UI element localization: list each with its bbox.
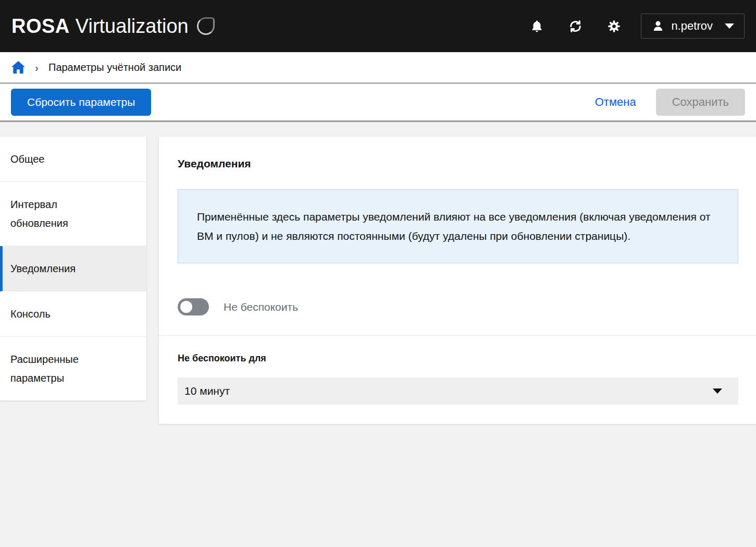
sidebar-item-console[interactable]: Консоль: [0, 291, 146, 337]
masthead-actions: n.petrov: [506, 14, 745, 39]
user-menu[interactable]: n.petrov: [641, 14, 745, 39]
notifications-panel: Уведомления Применённые здесь параметры …: [159, 137, 756, 424]
gear-icon[interactable]: [606, 18, 622, 34]
dnd-duration-select[interactable]: 10 минут: [178, 378, 738, 405]
brand-primary: ROSA: [11, 15, 70, 38]
dnd-toggle-switch[interactable]: [178, 298, 209, 315]
reset-settings-button[interactable]: Сбросить параметры: [11, 89, 151, 116]
sidebar-item-general[interactable]: Общее: [0, 137, 146, 182]
save-button[interactable]: Сохранить: [656, 89, 745, 116]
page-title: Уведомления: [178, 157, 738, 170]
sidebar-item-label: Интервал обновления: [10, 195, 100, 233]
sidebar-item-label: Расширенные параметры: [10, 350, 100, 387]
breadcrumb-current: Параметры учётной записи: [48, 62, 181, 74]
brand-logo: ROSA Virtualization: [11, 15, 215, 38]
rosa-ring-logo-icon: [197, 17, 215, 35]
dnd-duration-label: Не беспокоить для: [178, 353, 738, 364]
home-icon[interactable]: [11, 61, 25, 74]
info-alert-text: Применённые здесь параметры уведомлений …: [197, 211, 711, 242]
dnd-duration-value: 10 минут: [184, 385, 230, 397]
dnd-toggle-row: Не беспокоить: [178, 298, 738, 315]
user-icon: [651, 19, 665, 33]
cancel-button[interactable]: Отмена: [595, 95, 636, 109]
masthead: ROSA Virtualization: [0, 0, 756, 52]
action-bar: Сбросить параметры Отмена Сохранить: [0, 84, 756, 122]
settings-sidebar: Общее Интервал обновления Уведомления Ко…: [0, 137, 146, 400]
sidebar-item-notifications[interactable]: Уведомления: [0, 246, 146, 291]
breadcrumb: › Параметры учётной записи: [0, 52, 756, 84]
sidebar-item-advanced[interactable]: Расширенные параметры: [0, 337, 146, 400]
refresh-icon[interactable]: [568, 18, 584, 34]
info-alert: Применённые здесь параметры уведомлений …: [178, 189, 738, 263]
sidebar-item-label: Уведомления: [10, 259, 100, 278]
bell-icon[interactable]: [529, 18, 545, 34]
dnd-toggle-label: Не беспокоить: [224, 301, 298, 313]
action-bar-right: Отмена Сохранить: [595, 89, 745, 116]
chevron-down-icon: [725, 23, 734, 29]
chevron-down-icon: [713, 388, 722, 394]
brand-secondary: Virtualization: [76, 15, 189, 38]
sidebar-item-label: Консоль: [10, 305, 100, 323]
username: n.petrov: [672, 19, 713, 33]
breadcrumb-separator: ›: [35, 62, 39, 73]
sidebar-item-label: Общее: [10, 150, 100, 168]
sidebar-item-refresh-interval[interactable]: Интервал обновления: [0, 182, 146, 246]
dnd-duration-section: Не беспокоить для 10 минут: [178, 336, 738, 405]
toggle-knob: [180, 301, 192, 313]
content-area: Общее Интервал обновления Уведомления Ко…: [0, 122, 756, 424]
